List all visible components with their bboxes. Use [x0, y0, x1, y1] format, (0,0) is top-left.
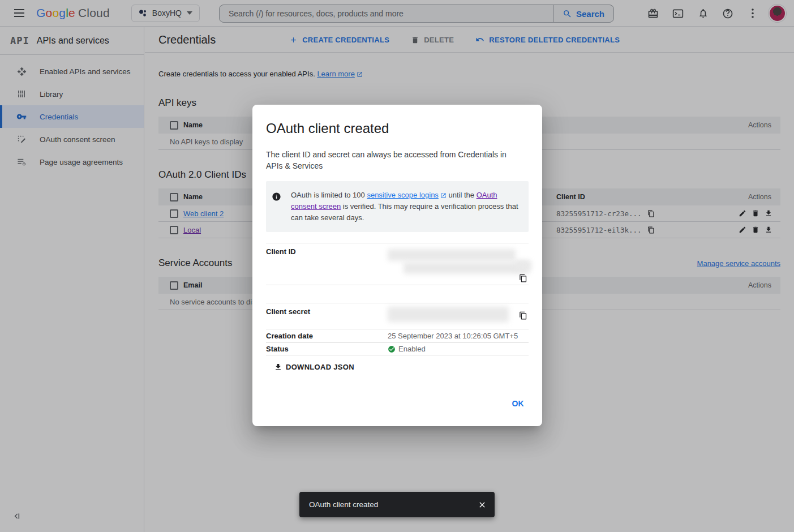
client-secret-redacted-value	[388, 303, 529, 329]
status-row: Status Enabled	[266, 342, 529, 355]
spacer-row	[266, 285, 529, 303]
creation-date-row: Creation date 25 September 2023 at 10:26…	[266, 329, 529, 342]
oauth-limit-notice: OAuth is limited to 100 sensitive scope …	[266, 181, 529, 232]
download-json-button[interactable]: DOWNLOAD JSON	[274, 363, 354, 371]
copy-client-secret-icon[interactable]	[519, 311, 527, 320]
dialog-detail-rows: Client ID Client secret Creation date 25…	[266, 243, 529, 355]
dialog-title: OAuth client created	[266, 121, 529, 136]
notice-text: OAuth is limited to 100 sensitive scope …	[291, 190, 520, 224]
dialog-body-text: The client ID and secret can always be a…	[266, 149, 515, 171]
toast-snackbar: OAuth client created	[299, 492, 495, 517]
check-circle-icon	[388, 345, 396, 353]
external-link-icon	[440, 192, 447, 199]
creation-date-value: 25 September 2023 at 10:26:05 GMT+5	[388, 332, 529, 340]
ok-button[interactable]: OK	[507, 396, 529, 411]
client-secret-row: Client secret	[266, 303, 529, 329]
oauth-created-dialog: OAuth client created The client ID and s…	[252, 105, 542, 426]
close-icon[interactable]	[478, 500, 487, 509]
info-icon	[272, 192, 281, 224]
copy-client-id-icon[interactable]	[519, 274, 527, 282]
toast-message: OAuth client created	[309, 500, 478, 509]
client-id-row: Client ID	[266, 243, 529, 285]
client-id-redacted-value	[388, 243, 529, 285]
sensitive-scope-logins-link[interactable]: sensitive scope logins	[367, 191, 438, 199]
status-value: Enabled	[398, 345, 426, 353]
download-icon	[274, 363, 282, 371]
